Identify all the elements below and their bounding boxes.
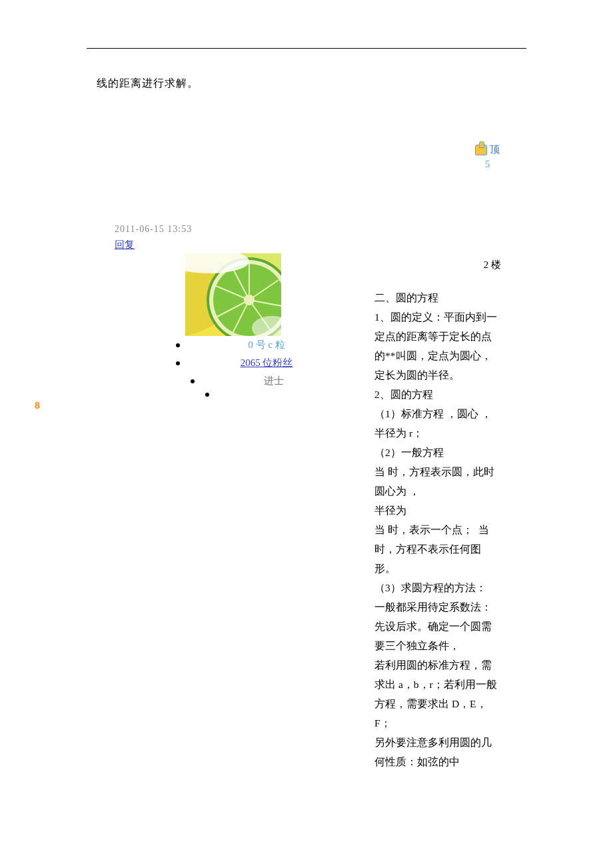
user-name-link[interactable]: 0 号 c 粒 [213, 339, 320, 351]
like-label: 顶 [490, 143, 500, 156]
user-avatar[interactable] [185, 253, 281, 336]
content-paragraph: 当 时，表示一个点； 当 时，方程不表示任何图形。 [374, 520, 498, 578]
content-paragraph: 半径为 [374, 501, 498, 520]
thumbs-up-icon [475, 145, 487, 155]
list-item [205, 393, 320, 397]
content-heading: 二、圆的方程 [374, 288, 498, 307]
list-item: 进士 [191, 375, 320, 387]
post-timestamp: 2011-06-15 13:53 [115, 224, 192, 235]
bullet-icon [176, 343, 180, 347]
content-paragraph: 当 时，方程表示圆，此时圆心为 ， [374, 462, 498, 501]
content-paragraph: 2、圆的方程 [374, 385, 498, 404]
page-side-marker: 8 [35, 400, 40, 411]
list-item [160, 329, 320, 333]
like-count: 5 [475, 159, 500, 170]
content-paragraph: 若利用圆的标准方程，需求出 a，b，r；若利用一般方程，需要求出 D，E，F； [374, 655, 498, 733]
user-info-list: 0 号 c 粒 2065 位粉丝 进士 [147, 329, 320, 402]
user-fans-link[interactable]: 2065 位粉丝 [213, 357, 320, 369]
fragment-text: 线的距离进行求解。 [97, 77, 199, 91]
post-content: 二、圆的方程 1、圆的定义：平面内到一定点的距离等于定长的点的**叫圆，定点为圆… [374, 288, 498, 771]
bullet-icon [176, 361, 180, 365]
content-paragraph: （3）求圆方程的方法： [374, 578, 498, 597]
list-item: 2065 位粉丝 [176, 357, 320, 369]
content-paragraph: 另外要注意多利用圆的几何性质：如弦的中 [374, 733, 498, 771]
bullet-icon [191, 379, 195, 383]
user-rank: 进士 [228, 375, 320, 387]
list-item: 0 号 c 粒 [176, 339, 320, 351]
avatar-image-icon [185, 253, 281, 336]
floor-number: 2 楼 [484, 259, 501, 271]
like-block[interactable]: 顶 5 [475, 143, 500, 170]
bullet-icon [205, 393, 209, 397]
reply-link[interactable]: 回复 [115, 239, 135, 251]
top-horizontal-rule [87, 48, 526, 49]
content-paragraph: （2）一般方程 [374, 443, 498, 462]
content-paragraph: 1、圆的定义：平面内到一定点的距离等于定长的点的**叫圆，定点为圆心，定长为圆的… [374, 307, 498, 385]
content-paragraph: 一般都采用待定系数法：先设后求。确定一个圆需要三个独立条件， [374, 597, 498, 655]
content-paragraph: （1）标准方程 ，圆心 ，半径为 r； [374, 404, 498, 443]
svg-point-13 [244, 295, 255, 305]
